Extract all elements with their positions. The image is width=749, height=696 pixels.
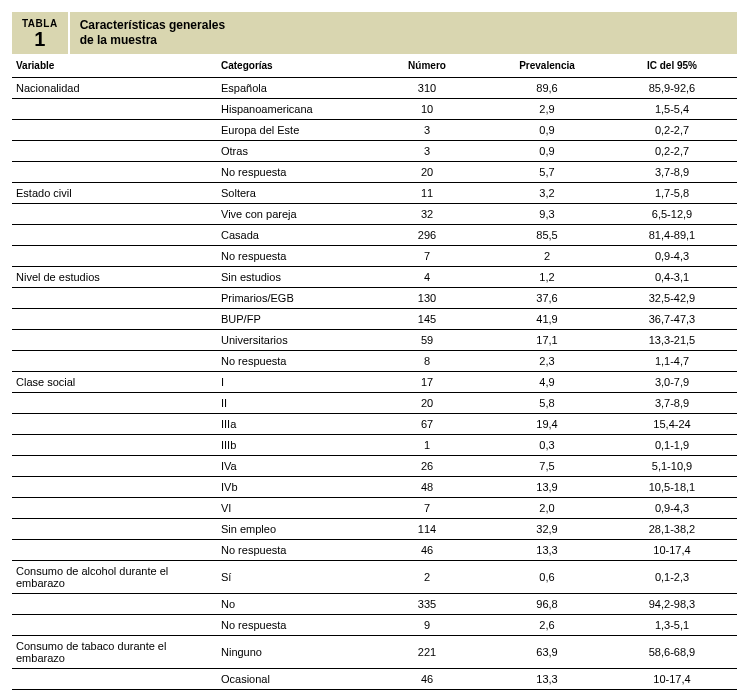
cell-categoria: Primarios/EGB: [217, 288, 367, 309]
cell-variable: [12, 477, 217, 498]
cell-numero: 20: [367, 393, 487, 414]
cell-prevalencia: 5,7: [487, 162, 607, 183]
cell-ic: 1,7-5,8: [607, 183, 737, 204]
cell-prevalencia: 0,9: [487, 141, 607, 162]
table-row: Otras30,90,2-2,7: [12, 141, 737, 162]
table-row: No respuesta82,31,1-4,7: [12, 351, 737, 372]
cell-categoria: IVb: [217, 477, 367, 498]
cell-prevalencia: 2,6: [487, 615, 607, 636]
cell-ic: 58,6-68,9: [607, 636, 737, 669]
cell-prevalencia: 0,9: [487, 120, 607, 141]
cell-numero: 296: [367, 225, 487, 246]
col-prevalencia: Prevalencia: [487, 54, 607, 78]
table-row: No33596,894,2-98,3: [12, 594, 737, 615]
cell-numero: 59: [367, 330, 487, 351]
table-row: No respuesta92,61,3-5,1: [12, 615, 737, 636]
cell-numero: 17: [367, 372, 487, 393]
table-label: TABLA: [22, 18, 58, 29]
cell-numero: 221: [367, 636, 487, 669]
cell-ic: 1,3-5,1: [607, 615, 737, 636]
cell-categoria: No respuesta: [217, 246, 367, 267]
cell-numero: 70: [367, 690, 487, 697]
table-body: NacionalidadEspañola31089,685,9-92,6Hisp…: [12, 78, 737, 697]
cell-variable: Nivel de estudios: [12, 267, 217, 288]
cell-categoria: Hispanoamericana: [217, 99, 367, 120]
cell-numero: 48: [367, 477, 487, 498]
cell-categoria: IVa: [217, 456, 367, 477]
cell-categoria: Universitarios: [217, 330, 367, 351]
cell-prevalencia: 37,6: [487, 288, 607, 309]
cell-variable: Consumo de tabaco durante el embarazo: [12, 636, 217, 669]
table-row: Hispanoamericana102,91,5-5,4: [12, 99, 737, 120]
cell-numero: 310: [367, 78, 487, 99]
table-row: Consumo de tabaco durante el embarazoNin…: [12, 636, 737, 669]
cell-variable: [12, 435, 217, 456]
table-row: IIIa6719,415,4-24: [12, 414, 737, 435]
table-row: Ocasional4613,310-17,4: [12, 669, 737, 690]
cell-numero: 46: [367, 669, 487, 690]
table-row: IIIb10,30,1-1,9: [12, 435, 737, 456]
table-row: No respuesta720,9-4,3: [12, 246, 737, 267]
cell-ic: 28,1-38,2: [607, 519, 737, 540]
cell-ic: 3,7-8,9: [607, 393, 737, 414]
cell-numero: 4: [367, 267, 487, 288]
cell-prevalencia: 41,9: [487, 309, 607, 330]
table-number: 1: [22, 29, 58, 49]
cell-categoria: Otras: [217, 141, 367, 162]
cell-prevalencia: 1,2: [487, 267, 607, 288]
cell-categoria: Casada: [217, 225, 367, 246]
cell-variable: [12, 330, 217, 351]
cell-prevalencia: 13,3: [487, 669, 607, 690]
cell-numero: 20: [367, 162, 487, 183]
cell-prevalencia: 2: [487, 246, 607, 267]
table-row: Europa del Este30,90,2-2,7: [12, 120, 737, 141]
cell-ic: 85,9-92,6: [607, 78, 737, 99]
table-row: Clase socialI174,93,0-7,9: [12, 372, 737, 393]
table-row: Sin empleo11432,928,1-38,2: [12, 519, 737, 540]
cell-prevalencia: 2,3: [487, 351, 607, 372]
cell-numero: 7: [367, 498, 487, 519]
cell-numero: 2: [367, 561, 487, 594]
cell-numero: 26: [367, 456, 487, 477]
cell-ic: 10,5-18,1: [607, 477, 737, 498]
table-row: IVa267,55,1-10,9: [12, 456, 737, 477]
cell-variable: [12, 498, 217, 519]
cell-prevalencia: 7,5: [487, 456, 607, 477]
cell-prevalencia: 63,9: [487, 636, 607, 669]
table-row: Casada29685,581,4-89,1: [12, 225, 737, 246]
cell-variable: [12, 615, 217, 636]
cell-ic: 1,5-5,4: [607, 99, 737, 120]
cell-variable: Consumo de alcohol durante el embarazo: [12, 561, 217, 594]
cell-prevalencia: 96,8: [487, 594, 607, 615]
cell-numero: 7: [367, 246, 487, 267]
cell-numero: 10: [367, 99, 487, 120]
cell-variable: [12, 690, 217, 697]
cell-prevalencia: 9,3: [487, 204, 607, 225]
cell-variable: [12, 393, 217, 414]
cell-categoria: No respuesta: [217, 615, 367, 636]
cell-categoria: Sin estudios: [217, 267, 367, 288]
cell-variable: [12, 204, 217, 225]
table-row: Consumo de alcohol durante el embarazoSí…: [12, 561, 737, 594]
cell-ic: 5,1-10,9: [607, 456, 737, 477]
cell-prevalencia: 2,9: [487, 99, 607, 120]
cell-prevalencia: 13,3: [487, 540, 607, 561]
cell-prevalencia: 13,9: [487, 477, 607, 498]
cell-categoria: II: [217, 393, 367, 414]
cell-variable: [12, 225, 217, 246]
table-row: IVb4813,910,5-18,1: [12, 477, 737, 498]
cell-prevalencia: 19,4: [487, 414, 607, 435]
cell-numero: 1: [367, 435, 487, 456]
cell-categoria: Sin empleo: [217, 519, 367, 540]
cell-variable: [12, 669, 217, 690]
data-table: Variable Categorías Número Prevalencia I…: [12, 54, 737, 696]
col-numero: Número: [367, 54, 487, 78]
cell-ic: 0,9-4,3: [607, 246, 737, 267]
cell-ic: 0,1-2,3: [607, 561, 737, 594]
cell-numero: 67: [367, 414, 487, 435]
table-row: Diario7020,216,2-24,9: [12, 690, 737, 697]
table-number-box: TABLA 1: [12, 12, 70, 54]
cell-categoria: BUP/FP: [217, 309, 367, 330]
cell-prevalencia: 4,9: [487, 372, 607, 393]
table-row: BUP/FP14541,936,7-47,3: [12, 309, 737, 330]
